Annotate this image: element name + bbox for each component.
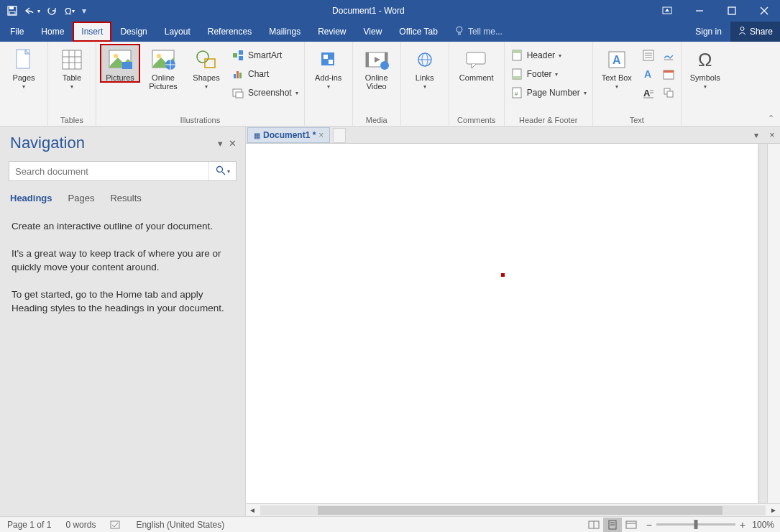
svg-rect-20	[122, 62, 132, 69]
search-document-field[interactable]: ▾	[9, 161, 237, 181]
screenshot-button[interactable]: Screenshot ▾	[230, 85, 300, 101]
search-icon	[216, 165, 226, 178]
svg-point-24	[197, 51, 208, 63]
tell-me-search[interactable]: Tell me...	[446, 22, 511, 42]
document-tab-close-icon[interactable]: ×	[318, 130, 324, 140]
nav-paragraph: To get started, go to the Home tab and a…	[12, 288, 234, 316]
svg-text:A: A	[612, 54, 621, 66]
svg-rect-75	[626, 521, 636, 528]
title-bar: ▾ Ω ▾ ▾ Document1 - Word	[0, 0, 780, 22]
symbols-button[interactable]: Ω Symbols▾	[686, 45, 725, 90]
zoom-slider[interactable]	[656, 523, 735, 526]
horizontal-scrollbar[interactable]: ◄ ►	[246, 503, 780, 516]
chart-icon	[231, 68, 244, 81]
navigation-content: Create an interactive outline of your do…	[0, 209, 245, 326]
nav-tab-pages[interactable]: Pages	[68, 193, 95, 203]
svg-text:#: #	[515, 91, 518, 97]
search-input[interactable]	[9, 162, 208, 180]
close-button[interactable]	[748, 0, 780, 22]
omega-symbol-icon[interactable]: Ω ▾	[65, 6, 75, 17]
maximize-button[interactable]	[715, 0, 748, 22]
redo-icon[interactable]	[47, 6, 58, 16]
document-canvas[interactable]	[246, 144, 767, 503]
page-number-button[interactable]: #Page Number ▾	[509, 85, 588, 101]
video-icon	[364, 47, 390, 72]
textbox-button[interactable]: A Text Box▾	[597, 45, 636, 90]
nav-tab-results[interactable]: Results	[110, 193, 141, 203]
svg-rect-1	[9, 6, 14, 9]
comment-button[interactable]: Comment	[454, 45, 500, 82]
spell-check-icon[interactable]	[103, 520, 129, 530]
sign-in-button[interactable]: Sign in	[687, 22, 730, 42]
nav-tab-headings[interactable]: Headings	[10, 193, 52, 203]
quick-parts-button[interactable]	[641, 47, 656, 63]
tab-view[interactable]: View	[355, 22, 391, 42]
navigation-close-icon[interactable]: ✕	[229, 138, 237, 149]
group-illustrations: Illustrations	[101, 114, 300, 124]
document-tabs-menu[interactable]: ▾	[748, 127, 764, 143]
zoom-level[interactable]: 100%	[750, 520, 774, 530]
svg-rect-30	[237, 71, 239, 78]
save-icon[interactable]	[7, 6, 17, 16]
tab-file[interactable]: File	[0, 22, 32, 42]
word-count[interactable]: 0 words	[58, 520, 103, 530]
vertical-scrollbar[interactable]	[767, 144, 780, 503]
date-time-button[interactable]	[661, 66, 676, 82]
links-button[interactable]: Links▾	[405, 45, 444, 90]
page-indicator[interactable]: Page 1 of 1	[0, 520, 58, 530]
pictures-button[interactable]: Pictures	[101, 45, 139, 82]
group-header-footer: Header & Footer	[509, 114, 588, 124]
online-video-button[interactable]: Online Video	[357, 45, 396, 91]
minimize-button[interactable]	[683, 0, 715, 22]
zoom-in-button[interactable]: +	[740, 519, 745, 531]
header-button[interactable]: Header ▾	[509, 47, 588, 63]
smartart-icon	[231, 49, 244, 62]
read-mode-button[interactable]	[584, 518, 603, 532]
table-button[interactable]: Table▾	[52, 45, 91, 90]
tab-review[interactable]: Review	[309, 22, 354, 42]
new-document-tab[interactable]	[333, 128, 346, 143]
tab-insert[interactable]: Insert	[73, 22, 111, 42]
tab-home[interactable]: Home	[32, 22, 73, 42]
svg-rect-27	[239, 50, 243, 55]
tab-mailings[interactable]: Mailings	[260, 22, 309, 42]
search-button[interactable]: ▾	[208, 162, 236, 180]
svg-rect-48	[513, 76, 521, 79]
online-pictures-button[interactable]: Online Pictures	[144, 45, 183, 91]
svg-rect-69	[111, 521, 119, 528]
navigation-options-icon[interactable]: ▾	[218, 138, 223, 149]
share-button[interactable]: Share	[730, 22, 780, 42]
scroll-right-icon[interactable]: ►	[767, 506, 780, 514]
ribbon-display-options-icon[interactable]	[651, 0, 683, 22]
shapes-button[interactable]: Shapes▾	[187, 45, 226, 90]
header-icon	[510, 49, 523, 62]
web-layout-button[interactable]	[622, 518, 641, 532]
svg-rect-28	[239, 56, 243, 60]
collapse-ribbon-icon[interactable]: ⌃	[768, 114, 774, 123]
scroll-left-icon[interactable]: ◄	[246, 506, 259, 514]
print-layout-button[interactable]	[603, 518, 622, 532]
addins-button[interactable]: Add-ins▾	[309, 45, 348, 90]
navigation-pane: Navigation ▾ ✕ ▾ Headings Pages Results …	[0, 127, 246, 516]
drop-cap-button[interactable]: A	[641, 85, 656, 101]
zoom-out-button[interactable]: −	[646, 519, 652, 531]
language-indicator[interactable]: English (United States)	[129, 520, 231, 530]
tab-references[interactable]: References	[199, 22, 260, 42]
tab-layout[interactable]: Layout	[156, 22, 199, 42]
chart-button[interactable]: Chart	[230, 66, 300, 82]
tab-design[interactable]: Design	[111, 22, 155, 42]
lightbulb-icon	[455, 26, 464, 38]
undo-icon[interactable]: ▾	[24, 6, 40, 16]
tab-office-tab[interactable]: Office Tab	[390, 22, 446, 42]
signature-line-button[interactable]	[661, 47, 676, 63]
wordart-button[interactable]: A	[641, 66, 656, 82]
smartart-button[interactable]: SmartArt	[230, 47, 300, 63]
document-tabs-close-all[interactable]: ×	[764, 127, 780, 143]
svg-rect-46	[513, 50, 521, 53]
document-tab[interactable]: ▦ Document1 * ×	[247, 127, 330, 143]
pages-button[interactable]: Pages▾	[4, 45, 43, 90]
svg-rect-5	[728, 7, 735, 14]
quick-access-toolbar: ▾ Ω ▾ ▾	[0, 6, 86, 17]
footer-button[interactable]: Footer ▾	[509, 66, 588, 82]
object-button[interactable]	[661, 85, 676, 101]
